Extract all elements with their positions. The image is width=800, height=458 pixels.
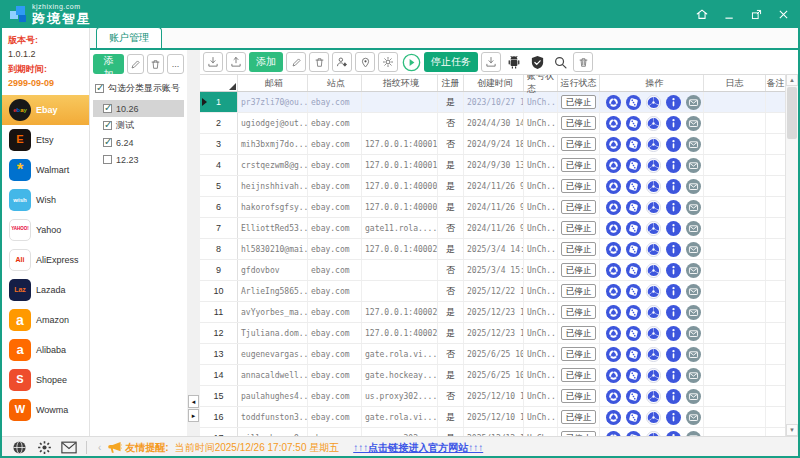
mail-icon[interactable] xyxy=(686,410,701,425)
proxy-pinwheel-icon[interactable] xyxy=(646,410,661,425)
mail-icon[interactable] xyxy=(686,200,701,215)
sidebar-platform-amazon[interactable]: a Amazon xyxy=(2,305,89,335)
header-account-status[interactable]: 账号状态 xyxy=(524,75,558,91)
random-env-dice-icon[interactable] xyxy=(626,242,641,257)
delete-account-icon[interactable] xyxy=(309,52,329,72)
sidebar-platform-walmart[interactable]: * Walmart xyxy=(2,155,89,185)
search-icon[interactable] xyxy=(550,52,570,72)
info-icon[interactable] xyxy=(666,347,681,362)
random-env-dice-icon[interactable] xyxy=(626,368,641,383)
header-created-time[interactable]: 创建时间 xyxy=(464,75,524,91)
sidebar-platform-ebay[interactable]: ebay Ebay xyxy=(2,95,89,125)
table-row[interactable]: 13 eugenevargas... ebay.com gate.rola.vi… xyxy=(200,344,785,365)
info-icon[interactable] xyxy=(666,263,681,278)
info-icon[interactable] xyxy=(666,389,681,404)
proxy-pinwheel-icon[interactable] xyxy=(646,221,661,236)
mail-icon[interactable] xyxy=(686,389,701,404)
sidebar-platform-alibaba[interactable]: a Alibaba xyxy=(2,335,89,365)
random-env-dice-icon[interactable] xyxy=(626,95,641,110)
info-icon[interactable] xyxy=(666,179,681,194)
header-log[interactable]: 日志 xyxy=(704,75,766,91)
open-browser-icon[interactable] xyxy=(606,158,621,173)
random-env-dice-icon[interactable] xyxy=(626,326,641,341)
open-browser-icon[interactable] xyxy=(606,347,621,362)
table-row[interactable]: 15 paulahughes4... ebay.com us.proxy302.… xyxy=(200,386,785,407)
mail-icon[interactable] xyxy=(686,284,701,299)
show-by-category-checkbox[interactable] xyxy=(95,84,104,93)
mail-icon[interactable] xyxy=(686,305,701,320)
open-browser-icon[interactable] xyxy=(606,389,621,404)
open-browser-icon[interactable] xyxy=(606,137,621,152)
header-email[interactable]: 邮箱 xyxy=(238,75,308,91)
add-category-button[interactable]: 添加 xyxy=(93,54,124,74)
vertical-scrollbar[interactable]: ▲ ▼ xyxy=(785,74,798,436)
table-row[interactable]: 6 hakorofsgfsy... ebay.com 127.0.0.1:400… xyxy=(200,197,785,218)
collapse-left-icon[interactable]: ◂ xyxy=(188,395,199,408)
table-row[interactable]: 5 heijnshhivah... ebay.com 127.0.0.1:400… xyxy=(200,176,785,197)
account-settings-icon[interactable] xyxy=(332,52,352,72)
header-site[interactable]: 站点 xyxy=(308,75,362,91)
proxy-pinwheel-icon[interactable] xyxy=(646,137,661,152)
download-log-icon[interactable] xyxy=(481,52,501,72)
table-row[interactable]: 2 ugiodgej@out... ebay.com 否 2024/4/30 1… xyxy=(200,113,785,134)
network-globe-icon[interactable] xyxy=(11,440,27,456)
mail-icon[interactable] xyxy=(686,326,701,341)
tab-account-management[interactable]: 账户管理 xyxy=(96,27,162,48)
mail-icon[interactable] xyxy=(686,158,701,173)
table-row[interactable]: 3 mih3bxmj7do... ebay.com 127.0.0.1:4000… xyxy=(200,134,785,155)
open-browser-icon[interactable] xyxy=(606,242,621,257)
sidebar-platform-shopee[interactable]: S Shopee xyxy=(2,365,89,395)
category-item[interactable]: 10.26 xyxy=(93,100,184,117)
sidebar-platform-lazada[interactable]: Laz Lazada xyxy=(2,275,89,305)
security-shield-icon[interactable] xyxy=(527,52,547,72)
open-browser-icon[interactable] xyxy=(606,305,621,320)
mail-icon[interactable] xyxy=(686,137,701,152)
sidebar-platform-yahoo[interactable]: YAHOO! Yahoo xyxy=(2,215,89,245)
random-env-dice-icon[interactable] xyxy=(626,158,641,173)
mail-icon[interactable] xyxy=(686,368,701,383)
header-operations[interactable]: 操作 xyxy=(600,75,704,91)
mail-icon[interactable] xyxy=(686,431,701,437)
mail-icon[interactable] xyxy=(686,95,701,110)
proxy-pinwheel-icon[interactable] xyxy=(646,116,661,131)
table-row[interactable]: 17 millarbryan9... ebay.com us.proxy302.… xyxy=(200,428,785,436)
delete-category-button[interactable] xyxy=(147,54,164,74)
open-browser-icon[interactable] xyxy=(606,116,621,131)
table-row[interactable]: 9 gfdovbov ebay.com 否 2025/3/4 15:... Un… xyxy=(200,260,785,281)
proxy-pinwheel-icon[interactable] xyxy=(646,284,661,299)
info-icon[interactable] xyxy=(666,158,681,173)
info-icon[interactable] xyxy=(666,326,681,341)
info-icon[interactable] xyxy=(666,368,681,383)
edit-category-button[interactable] xyxy=(127,54,144,74)
close-icon[interactable] xyxy=(776,7,790,21)
category-checkbox[interactable] xyxy=(103,155,112,164)
scroll-up-icon[interactable]: ▲ xyxy=(786,74,798,86)
proxy-pinwheel-icon[interactable] xyxy=(646,95,661,110)
category-item[interactable]: 12.23 xyxy=(93,151,184,168)
random-env-dice-icon[interactable] xyxy=(626,347,641,362)
random-env-dice-icon[interactable] xyxy=(626,431,641,437)
edit-account-icon[interactable] xyxy=(286,52,306,72)
proxy-pinwheel-icon[interactable] xyxy=(646,263,661,278)
open-browser-icon[interactable] xyxy=(606,284,621,299)
proxy-pinwheel-icon[interactable] xyxy=(646,368,661,383)
proxy-pinwheel-icon[interactable] xyxy=(646,242,661,257)
collapse-notice-icon[interactable]: ‹ xyxy=(98,442,101,453)
info-icon[interactable] xyxy=(666,305,681,320)
mail-icon[interactable] xyxy=(686,242,701,257)
open-browser-icon[interactable] xyxy=(606,179,621,194)
mail-icon[interactable] xyxy=(686,263,701,278)
info-icon[interactable] xyxy=(666,221,681,236)
proxy-pinwheel-icon[interactable] xyxy=(646,326,661,341)
sidebar-platform-aliexpress[interactable]: Ali AliExpress xyxy=(2,245,89,275)
sidebar-platform-wowma[interactable]: W Wowma xyxy=(2,395,89,425)
proxy-pinwheel-icon[interactable] xyxy=(646,200,661,215)
random-env-dice-icon[interactable] xyxy=(626,284,641,299)
proxy-pinwheel-icon[interactable] xyxy=(646,158,661,173)
info-icon[interactable] xyxy=(666,284,681,299)
category-checkbox[interactable] xyxy=(103,138,112,147)
location-icon[interactable] xyxy=(355,52,375,72)
category-checkbox[interactable] xyxy=(103,104,112,113)
header-corner[interactable] xyxy=(200,75,238,91)
random-env-dice-icon[interactable] xyxy=(626,116,641,131)
